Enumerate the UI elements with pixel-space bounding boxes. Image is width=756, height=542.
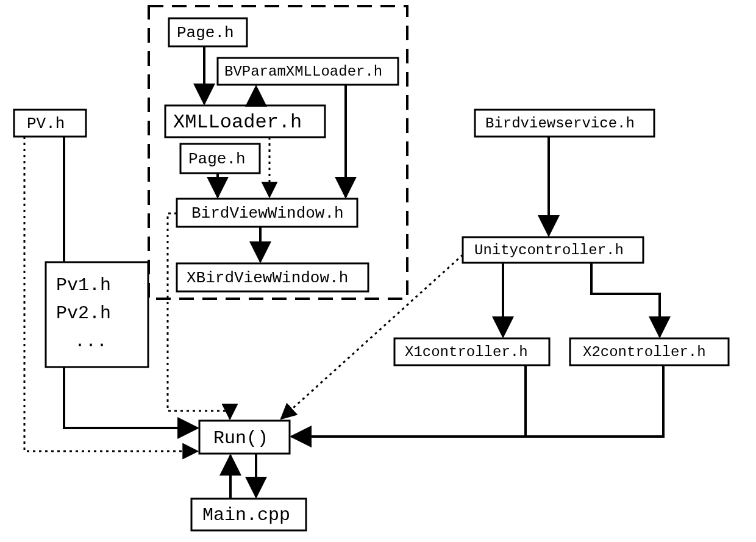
label-unityctrl: Unitycontroller.h [474, 242, 624, 259]
edge-pvlist-run [64, 367, 198, 428]
label-pv-h: PV.h [27, 115, 65, 133]
edge-bvwindow-run [168, 213, 230, 419]
label-x2ctrl: X2controller.h [583, 344, 706, 360]
label-run: Run() [213, 428, 268, 449]
edge-x2-run [526, 365, 663, 437]
edge-unity-x2 [591, 263, 660, 337]
label-main: Main.cpp [202, 505, 290, 526]
label-xmlloader: XMLLoader.h [173, 111, 302, 134]
label-page-h-1: Page.h [177, 24, 234, 42]
label-bvservice: Birdviewservice.h [485, 115, 635, 132]
label-pv2: Pv2.h [56, 303, 111, 324]
label-bvparam: BVParamXMLLoader.h [224, 63, 382, 80]
label-page-h-2: Page.h [188, 150, 246, 168]
label-x1ctrl: X1controller.h [405, 344, 528, 360]
dependency-diagram: PV.h Pv1.h Pv2.h ... Page.h BVParamXMLLo… [0, 0, 756, 542]
label-pv-ell: ... [74, 331, 107, 352]
edge-x1-run [291, 365, 526, 437]
label-bvwindow: BirdViewWindow.h [191, 204, 344, 223]
label-pv1: Pv1.h [56, 275, 111, 296]
label-xbvwindow: XBirdViewWindow.h [187, 269, 348, 287]
